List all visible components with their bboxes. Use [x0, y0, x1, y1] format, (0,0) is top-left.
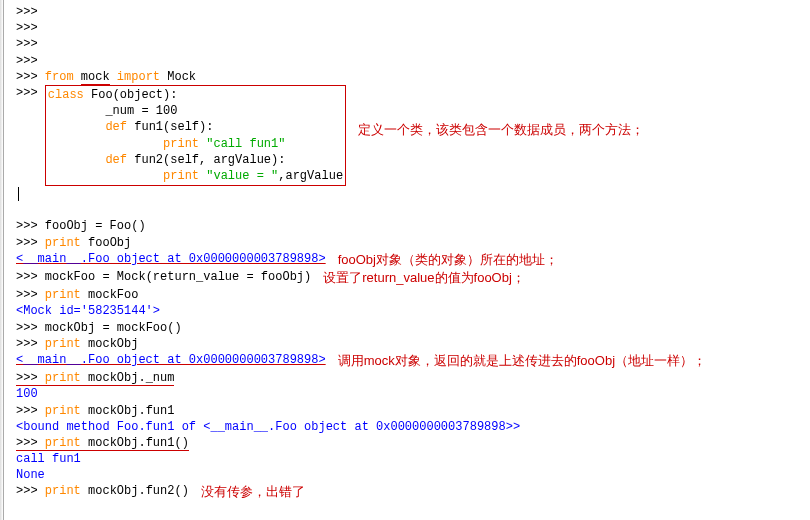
gutter [0, 0, 4, 520]
code-line: >>> print mockObj.fun1() [16, 435, 808, 451]
code-line: >>> print mockObj.fun2() [16, 483, 189, 499]
empty-prompt: >>> [16, 4, 808, 20]
cursor-line[interactable] [16, 186, 808, 202]
annotation-noarg: 没有传参，出错了 [201, 484, 305, 499]
code-line: >>> mockObj = mockFoo() [16, 320, 808, 336]
empty-prompt: >>> [16, 20, 808, 36]
output-line: None [16, 467, 808, 483]
output-line: <bound method Foo.fun1 of <__main__.Foo … [16, 419, 808, 435]
code-line: >>> print mockObj [16, 336, 808, 352]
output-line: <Mock id='58235144'> [16, 303, 808, 319]
code-line: >>> fooObj = Foo() [16, 218, 808, 234]
code-line: >>> print mockObj.fun1 [16, 403, 808, 419]
output-line: <__main__.Foo object at 0x00000000037898… [16, 352, 326, 368]
output-line: 100 [16, 386, 808, 402]
text-cursor [18, 187, 19, 201]
empty-prompt: >>> [16, 53, 808, 69]
annotation-class: 定义一个类，该类包含一个数据成员，两个方法； [358, 122, 644, 137]
import-line: >>> from mock import Mock [16, 69, 808, 85]
class-header: >>> class Foo(object): _num = 100 def fu… [16, 85, 346, 186]
annotation-addr: fooObj对象（类的对象）所在的地址； [338, 252, 558, 267]
class-box: class Foo(object): _num = 100 def fun1(s… [45, 85, 346, 186]
code-line: >>> mockFoo = Mock(return_value = fooObj… [16, 269, 311, 285]
code-area: >>> >>> >>> >>> >>> from mock import Moc… [16, 4, 808, 520]
code-line: >>> print mockObj._num [16, 370, 808, 386]
output-line: <__main__.Foo object at 0x00000000037898… [16, 251, 326, 267]
annotation-returnvalue: 设置了return_value的值为fooObj； [323, 270, 525, 285]
annotation-mockobj: 调用mock对象，返回的就是上述传进去的fooObj（地址一样）； [338, 353, 706, 368]
code-line: >>> print fooObj [16, 235, 808, 251]
code-line: >>> print mockFoo [16, 287, 808, 303]
output-line: call fun1 [16, 451, 808, 467]
empty-prompt: >>> [16, 36, 808, 52]
